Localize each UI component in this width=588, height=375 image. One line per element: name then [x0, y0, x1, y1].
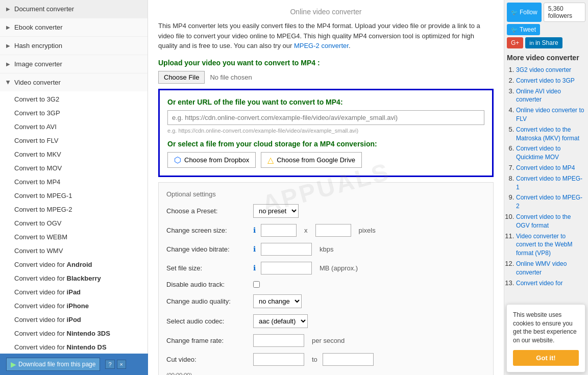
cut-video-time-hint: (00:00:00) [166, 372, 485, 376]
sidebar-item-convert-mp4[interactable]: Convert to MP4 [0, 175, 148, 189]
list-item: 3G2 video converter [516, 66, 585, 74]
bitrate-info-icon[interactable]: ℹ [253, 245, 256, 253]
audio-codec-label: Select audio codec: [166, 317, 248, 325]
audio-quality-select[interactable]: no change [253, 294, 302, 308]
sidebar-item-convert-avi[interactable]: Convert to AVI [0, 120, 148, 134]
sidebar-item-convert-nintendods[interactable]: Convert video for Nintendo DS [0, 340, 148, 354]
screen-size-info-icon[interactable]: ℹ [253, 226, 256, 234]
twitter-tweet-button[interactable]: 🐦 Tweet [507, 24, 540, 35]
converter-link-2[interactable]: Convert video to 3GP [516, 77, 575, 84]
converter-link-8[interactable]: Convert video to MPEG-1 [516, 175, 582, 191]
category-image-label: Image converter [14, 60, 62, 68]
linkedin-share-button[interactable]: in in Share [525, 37, 562, 48]
download-close-button[interactable]: × [117, 360, 126, 369]
sidebar-item-convert-iphone[interactable]: Convert video for iPhone [0, 299, 148, 313]
converter-link-4[interactable]: Online video converter to FLV [516, 107, 584, 122]
list-item: Convert video to MPEG-2 [516, 193, 585, 211]
google-plus-label: G+ [511, 39, 519, 46]
screen-size-height-input[interactable] [315, 224, 351, 237]
mpeg2-link[interactable]: MPEG-2 converter [294, 42, 349, 49]
sidebar-item-convert-ipad[interactable]: Convert video for iPad [0, 285, 148, 299]
converter-link-11[interactable]: Video converter to convert to the WebM f… [516, 233, 573, 257]
audio-track-checkbox[interactable] [253, 281, 260, 288]
sidebar-item-convert-android[interactable]: Convert video for Android [0, 258, 148, 271]
sidebar-item-convert-mov[interactable]: Convert to MOV [0, 161, 148, 175]
sidebar-item-convert-mpeg1[interactable]: Convert to MPEG-1 [0, 189, 148, 203]
download-bar: ▶ Download file from this page ? × [0, 354, 148, 375]
converter-link-13[interactable]: Convert video for [516, 280, 562, 287]
sidebar-item-convert-nintendo3ds[interactable]: Convert video for Nintendo 3DS [0, 327, 148, 340]
sidebar-item-convert-ipod[interactable]: Convert video for iPod [0, 313, 148, 327]
list-item: Online AVI video converter [516, 87, 585, 105]
category-ebook-label: Ebook converter [14, 23, 63, 31]
converter-link-10[interactable]: Convert video to the OGV format [516, 213, 571, 229]
sidebar-item-convert-blackberry[interactable]: Convert video for Blackberry [0, 271, 148, 285]
preset-select[interactable]: no preset [253, 204, 299, 218]
list-item: Convert video to Quicktime MOV [516, 144, 585, 162]
cookie-accept-button[interactable]: Got it! [513, 350, 579, 366]
cloud-label: Or select a file from your cloud storage… [167, 140, 484, 148]
converter-link-1[interactable]: 3G2 video converter [516, 66, 571, 73]
cut-video-label: Cut video: [166, 356, 248, 363]
converter-link-5[interactable]: Convert video to the Matroska (MKV) form… [516, 126, 579, 142]
cookie-notice: This website uses cookies to ensure you … [506, 304, 585, 372]
category-document-label: Document converter [14, 5, 74, 13]
upload-section: Upload your video you want to convert to… [158, 59, 494, 84]
download-bar-label: Download file from this page [18, 361, 95, 368]
download-help-button[interactable]: ? [105, 360, 114, 369]
category-ebook-header[interactable]: ▶ Ebook converter [0, 18, 148, 36]
setting-row-audio-track: Disable audio track: [166, 281, 485, 288]
arrow-video-icon: ▶ [6, 81, 11, 85]
sidebar-item-convert-3gp[interactable]: Convert to 3GP [0, 106, 148, 120]
category-document-header[interactable]: ▶ Document converter [0, 0, 148, 18]
file-choose-row: Choose File No file chosen [158, 71, 494, 84]
category-video-header[interactable]: ▶ Video converter [0, 73, 148, 91]
frame-rate-input[interactable] [253, 334, 304, 347]
setting-row-audio-codec: Select audio codec: aac (default) [166, 314, 485, 328]
sidebar-item-convert-mpeg2[interactable]: Convert to MPEG-2 [0, 203, 148, 216]
category-hash: ▶ Hash encryption [0, 37, 148, 55]
screen-size-width-input[interactable] [261, 224, 297, 237]
gdrive-icon: △ [267, 155, 274, 165]
setting-row-screen-size: Change screen size: ℹ x pixels [166, 224, 485, 237]
list-item: Online WMV video converter [516, 260, 585, 277]
audio-codec-select[interactable]: aac (default) [253, 314, 308, 328]
setting-row-audio-quality: Change audio quality: no change [166, 294, 485, 308]
bitrate-input[interactable] [261, 243, 312, 256]
arrow-image-icon: ▶ [6, 61, 10, 67]
sidebar-item-convert-wmv[interactable]: Convert to WMV [0, 244, 148, 258]
page-title: Online video converter [158, 8, 494, 16]
sidebar-item-convert-3g2[interactable]: Convert to 3G2 [0, 92, 148, 106]
cloud-buttons: ⬡ Choose from Dropbox △ Choose from Goog… [167, 152, 484, 168]
converter-link-7[interactable]: Convert video to MP4 [516, 164, 575, 171]
sidebar-item-convert-mkv[interactable]: Convert to MKV [0, 147, 148, 161]
twitter-follow-button[interactable]: 🐦 Follow [507, 3, 542, 22]
optional-settings: Optional settings Choose a Preset: no pr… [158, 182, 494, 376]
dropbox-button[interactable]: ⬡ Choose from Dropbox [167, 152, 256, 168]
cut-to-label: to [312, 356, 317, 363]
cut-video-start-input[interactable] [253, 353, 304, 366]
choose-file-button[interactable]: Choose File [158, 71, 205, 84]
sidebar-item-convert-webm[interactable]: Convert to WEBM [0, 230, 148, 244]
cut-video-end-input[interactable] [323, 353, 374, 366]
converter-link-6[interactable]: Convert video to Quicktime MOV [516, 145, 560, 161]
sidebar-item-convert-flv[interactable]: Convert to FLV [0, 134, 148, 147]
category-hash-header[interactable]: ▶ Hash encryption [0, 37, 148, 55]
category-image-header[interactable]: ▶ Image converter [0, 55, 148, 73]
sidebar-item-convert-ogv[interactable]: Convert to OGV [0, 216, 148, 230]
converter-link-3[interactable]: Online AVI video converter [516, 88, 561, 104]
url-input[interactable] [167, 110, 484, 125]
google-plus-button[interactable]: G+ [507, 37, 523, 48]
gdrive-button[interactable]: △ Choose from Google Drive [261, 152, 362, 168]
arrow-document-icon: ▶ [6, 6, 10, 12]
right-sidebar: 🐦 Follow 5,360 followers 🐦 Tweet G+ in i… [504, 0, 588, 375]
main-content: Online video converter This MP4 converte… [148, 0, 504, 375]
file-size-info-icon[interactable]: ℹ [253, 264, 256, 272]
category-ebook: ▶ Ebook converter [0, 18, 148, 37]
converter-link-12[interactable]: Online WMV video converter [516, 260, 567, 276]
list-item: Convert video for [516, 279, 585, 288]
file-size-input[interactable] [261, 262, 312, 274]
converter-link-9[interactable]: Convert video to MPEG-2 [516, 194, 582, 210]
category-document: ▶ Document converter [0, 0, 148, 18]
download-file-button[interactable]: ▶ Download file from this page [6, 358, 100, 371]
